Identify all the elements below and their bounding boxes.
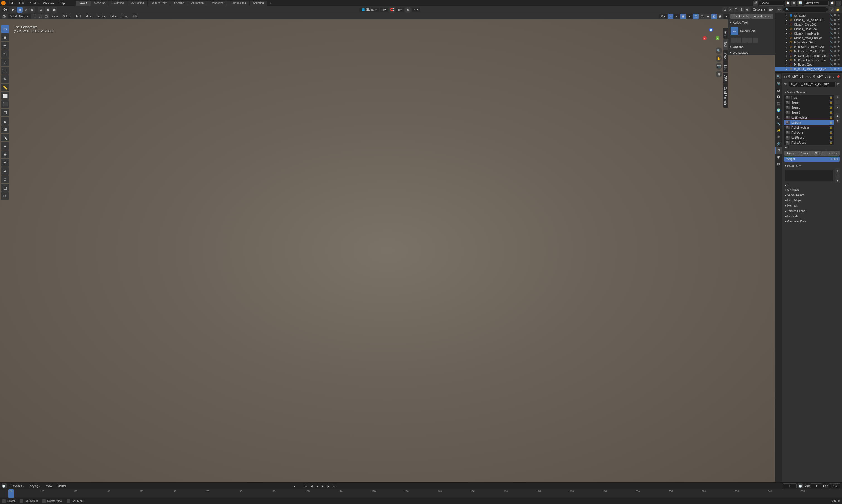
vertex-group-item[interactable]: ⊞RightShoulder🔓 <box>784 125 834 130</box>
scene-new-icon[interactable]: 📋 <box>785 1 790 5</box>
modifier-icon[interactable]: 🔧 <box>830 72 833 72</box>
scene-browse-icon[interactable]: 🎬 <box>753 1 758 5</box>
hide-viewport-icon[interactable]: 👁 <box>838 67 841 71</box>
tree-expand-icon[interactable]: ▸ <box>785 64 788 66</box>
property-section-header[interactable]: ▸ Geometry Data <box>783 219 841 224</box>
modifier-icon[interactable]: 🔧 <box>830 14 833 17</box>
nav-zoom-icon[interactable]: 🔍 <box>716 47 722 54</box>
shading-rendered-icon[interactable]: ◉ <box>717 14 723 19</box>
side-tab-arp[interactable]: ARP <box>723 73 728 84</box>
side-tab-tool[interactable]: Tool <box>723 39 728 50</box>
prop-tab-texture[interactable]: ▦ <box>775 160 782 167</box>
vg-remove-button[interactable]: − <box>835 100 840 104</box>
outliner-item[interactable]: ▸▽CloneX_InnerMouth🔧⊞👁 <box>775 31 842 36</box>
end-frame-input[interactable] <box>829 483 840 488</box>
vertex-group-icon[interactable]: ⊞ <box>834 63 837 66</box>
tool-rotate[interactable]: ⟲ <box>1 50 9 58</box>
select-button[interactable]: Select <box>812 151 826 156</box>
keyframe-prev-icon[interactable]: ◀| <box>309 483 314 488</box>
tree-expand-icon[interactable]: ▸ <box>785 72 788 73</box>
hide-viewport-icon[interactable]: 👁 <box>838 41 841 44</box>
outliner-item[interactable]: ▸▽CloneX_Eye_Shine.001🔧⊞👁 <box>775 18 842 22</box>
snap-face-icon[interactable]: ⊞ <box>52 7 57 13</box>
outliner-item[interactable]: ▸▽F_Sandals_Geo🔧⊞👁 <box>775 40 842 44</box>
axis-y-icon[interactable]: Y <box>716 36 719 40</box>
tool-annotate[interactable]: ✎ <box>1 75 9 83</box>
pin-icon[interactable]: 📌 <box>837 75 840 78</box>
prop-tab-view-layer[interactable]: 🖼 <box>775 93 782 100</box>
axis-y-button[interactable]: Y <box>734 7 739 12</box>
select-extend-icon[interactable] <box>736 38 741 42</box>
gizmo-toggle-icon[interactable]: ✛ <box>668 14 673 19</box>
prop-search-icon[interactable]: 🔍 <box>776 74 781 79</box>
tool-knife[interactable]: 🔪 <box>1 134 9 142</box>
vertex-group-icon[interactable]: ⊞ <box>834 67 837 71</box>
workspace-tab-layout[interactable]: Layout <box>75 1 90 5</box>
hide-viewport-icon[interactable]: 👁 <box>838 23 841 26</box>
outliner-new-collection-icon[interactable]: 📁 <box>835 7 840 12</box>
sk-specials-button[interactable]: ▾ <box>835 179 840 183</box>
shape-keys-header[interactable]: ▾ Shape Keys <box>783 163 841 168</box>
outliner-search-input[interactable] <box>783 7 828 12</box>
outliner-filter-icon[interactable]: ▽ <box>829 7 834 12</box>
sk-add-button[interactable]: + <box>835 168 840 173</box>
vertex-group-icon[interactable]: ⊞ <box>834 58 837 62</box>
prop-tab-world[interactable]: 🌍 <box>775 107 782 114</box>
auto-key-icon[interactable]: ● <box>292 483 297 488</box>
modifier-icon[interactable]: 🔧 <box>830 58 833 62</box>
vg-specials-button[interactable]: ▾ <box>835 105 840 109</box>
vg-move-down-button[interactable]: ▼ <box>835 118 840 123</box>
scene-name-input[interactable] <box>759 1 784 5</box>
modifier-icon[interactable]: 🔧 <box>830 23 833 26</box>
fake-user-icon[interactable]: 🛡 <box>837 83 840 86</box>
lock-icon[interactable]: 🔓 <box>829 116 832 119</box>
vertex-select-icon[interactable]: ⋮ <box>31 14 37 19</box>
modifier-icon[interactable]: 🔧 <box>830 27 833 31</box>
property-section-header[interactable]: ▸ Remesh <box>783 214 841 219</box>
tool-spin[interactable]: ◉ <box>1 150 9 158</box>
vertex-group-icon[interactable]: ⊞ <box>834 14 837 17</box>
vertex-group-item[interactable]: ⊞Spine2🔓 <box>784 110 834 115</box>
view-layer-browse-icon[interactable]: 📊 <box>797 1 803 5</box>
lock-icon[interactable]: 🔓 <box>829 131 832 134</box>
hide-viewport-icon[interactable]: 👁 <box>838 14 841 17</box>
editor-selector-icon[interactable]: ⊞▾ <box>2 14 7 19</box>
prop-tab-scene[interactable]: 🎬 <box>775 100 782 107</box>
hide-viewport-icon[interactable]: 👁 <box>838 63 841 66</box>
outliner-display-mode-icon[interactable]: ≡▾ <box>777 7 782 12</box>
outliner-item[interactable]: ▸▽M_Oversized_Jogger_Geo🔧⊞👁 <box>775 53 842 58</box>
hide-viewport-icon[interactable]: 👁 <box>838 18 841 22</box>
vertex-group-icon[interactable]: ⊞ <box>834 18 837 22</box>
select-new-icon[interactable] <box>731 38 736 42</box>
workspace-tab-compositing[interactable]: Compositing <box>227 1 249 5</box>
viewport-menu-select[interactable]: Select <box>61 14 73 18</box>
hide-viewport-icon[interactable]: 👁 <box>838 27 841 31</box>
vertex-group-item[interactable]: ⊞Hips🔓 <box>784 95 834 100</box>
tree-expand-icon[interactable]: ▸ <box>785 55 788 57</box>
hide-viewport-icon[interactable]: 👁 <box>838 50 841 53</box>
preview-range-icon[interactable]: 🕐 <box>798 483 803 488</box>
lock-icon[interactable]: 🔓 <box>829 106 832 109</box>
lock-icon[interactable]: 🔓 <box>829 121 832 124</box>
viewport-menu-mesh[interactable]: Mesh <box>83 14 94 18</box>
outliner-item[interactable]: ▸👤Armature🔧⊞👁 <box>775 13 842 18</box>
vertex-group-icon[interactable]: ⊞ <box>834 27 837 31</box>
vertex-group-icon[interactable]: ⊞ <box>834 41 837 44</box>
proportional-edit-icon[interactable]: ◉ <box>405 7 411 13</box>
vertex-group-item[interactable]: ⊞LeftUpLeg🔓 <box>784 135 834 140</box>
viewport-menu-add[interactable]: Add <box>73 14 83 18</box>
modifier-icon[interactable]: 🔧 <box>830 18 833 22</box>
tool-smooth[interactable]: 〰 <box>1 159 9 166</box>
side-tab-quad-remesh[interactable]: Quad Remesh <box>723 84 728 107</box>
hide-viewport-icon[interactable]: 👁 <box>838 54 841 57</box>
workspace-add-button[interactable]: + <box>267 1 274 5</box>
viewport-menu-uv[interactable]: UV <box>131 14 139 18</box>
prop-tab-render[interactable]: 📷 <box>775 80 782 87</box>
workspace-tab-rendering[interactable]: Rendering <box>207 1 227 5</box>
tool-measure[interactable]: 📏 <box>1 84 9 91</box>
mesh-data-icon[interactable]: ▽▾ <box>784 83 788 86</box>
tree-expand-icon[interactable]: ▸ <box>785 28 788 30</box>
axis-z-icon[interactable]: Z <box>709 28 713 32</box>
nav-pan-icon[interactable]: ✋ <box>716 55 722 62</box>
workspace-tab-animation[interactable]: Animation <box>188 1 207 5</box>
